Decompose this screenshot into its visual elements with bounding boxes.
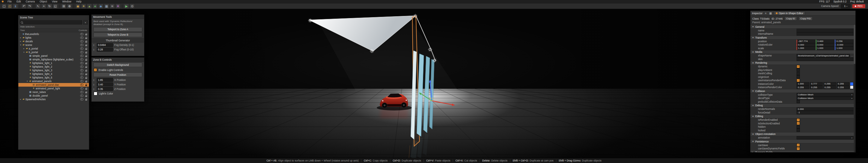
x-value-field[interactable]: 1.000 xyxy=(797,47,815,50)
forest-icon[interactable]: ♣ xyxy=(93,4,98,9)
lock-icon[interactable] xyxy=(85,45,87,46)
tree-row[interactable]: ▾ ▰ animated_panels xyxy=(19,79,89,83)
enable-light-controls-checkbox[interactable] xyxy=(94,68,97,72)
toolbar-separator[interactable] xyxy=(34,4,34,8)
play-icon[interactable]: ▶ xyxy=(124,4,129,9)
inspector-row[interactable]: isSelectionEnabled … xyxy=(750,121,855,125)
menu-item[interactable]: View xyxy=(50,0,59,3)
r-value-field[interactable]: 1.000 xyxy=(797,82,809,86)
property-checkbox[interactable] xyxy=(797,79,800,82)
tree-row[interactable]: ▸ ▰ lights xyxy=(19,36,89,39)
menu-item[interactable]: Object xyxy=(38,0,50,3)
inspector-row[interactable]: collisionType Collision Mesh Collision M… xyxy=(750,93,855,97)
inspector-row[interactable]: useInstanceRenderData … xyxy=(750,79,855,82)
visibility-eye-icon[interactable] xyxy=(80,91,84,93)
visibility-eye-icon[interactable] xyxy=(80,80,84,82)
inspector-row[interactable]: ▼ Object Annotation … xyxy=(750,132,855,136)
tree-row[interactable]: ▸ ▰ decals xyxy=(19,39,89,43)
inspector-row[interactable]: ▼ Collision … xyxy=(750,89,855,93)
lock-icon[interactable] xyxy=(85,85,87,86)
inspector-row[interactable]: hidden … xyxy=(750,125,855,129)
color-swatch[interactable] xyxy=(850,85,854,89)
new-file-icon[interactable]: ▢ xyxy=(1,4,7,9)
hamburger-menu-icon[interactable]: ≡ xyxy=(764,12,767,15)
inspector-scrollbar[interactable] xyxy=(854,25,855,152)
select-tool-icon[interactable]: ↖ xyxy=(36,4,41,9)
visibility-eye-icon[interactable] xyxy=(80,87,84,90)
switch-background-button[interactable]: Switch Background xyxy=(93,62,142,67)
inspector-row[interactable]: canSave … xyxy=(750,143,855,147)
section-collapse-icon[interactable]: ▼ xyxy=(752,62,754,64)
y-value-field[interactable]: 1.000 xyxy=(816,47,835,50)
settings-icon[interactable]: ⊙ xyxy=(130,4,135,9)
inspector-row[interactable]: ▼ Debug … xyxy=(750,104,855,107)
lock-icon[interactable] xyxy=(85,38,87,39)
y-value-field[interactable]: 0.469 xyxy=(816,39,835,43)
search-input[interactable] xyxy=(24,21,81,24)
visibility-eye-icon[interactable] xyxy=(80,62,84,64)
browse-file-icon[interactable]: … xyxy=(850,55,854,57)
snap-grid-icon[interactable]: ⊞ xyxy=(61,4,66,9)
tree-row[interactable]: ▦ animated_panel.dae xyxy=(19,83,89,87)
expand-arrow-icon[interactable]: ▾ xyxy=(20,44,22,46)
number-input[interactable]: 0.35 xyxy=(97,87,113,91)
visibility-eye-icon[interactable] xyxy=(80,94,84,97)
lock-icon[interactable] xyxy=(85,88,87,90)
text-field[interactable]: 0.000 xyxy=(797,107,854,111)
scale-tool-icon[interactable]: ◱ xyxy=(53,4,58,9)
inspector-row[interactable]: scale … 1.000 1.000 1.000 1.000 1.000 1.… xyxy=(750,47,855,50)
open-folder-icon[interactable]: ◰ xyxy=(7,4,12,9)
file-path-field[interactable]: /levels/showroom_v2/art/shapes/animated_… xyxy=(797,54,850,58)
section-collapse-icon[interactable]: ▼ xyxy=(752,133,754,135)
teleport-zone-a-button[interactable]: Teleport to Zone A xyxy=(93,27,142,32)
scene-tree-title[interactable]: Scene Tree xyxy=(19,16,89,20)
tree-row[interactable]: ☀ lightplane_light_4 xyxy=(19,72,89,76)
property-checkbox[interactable] xyxy=(797,72,800,75)
inspector-row[interactable]: decalType Collision Mesh Collision Mesh … xyxy=(750,97,855,100)
lock-icon[interactable] xyxy=(85,67,87,68)
tree-row[interactable]: ● theLevelInfo xyxy=(19,32,89,36)
tree-row[interactable]: ▦ double_panel xyxy=(19,94,89,98)
stepper-arrows[interactable]: ▴▾ xyxy=(93,88,96,90)
lock-icon[interactable] xyxy=(85,59,87,61)
visibility-eye-icon[interactable] xyxy=(80,76,84,79)
terrain-icon[interactable]: ▲ xyxy=(87,4,92,9)
stepper-arrows[interactable]: ▴▾ xyxy=(93,83,96,86)
mesh-icon[interactable]: ▦ xyxy=(104,4,109,9)
inspector-row[interactable]: meshCulling … xyxy=(750,72,855,76)
inspector-row[interactable]: ▶ Dynamic Fields … xyxy=(750,150,855,152)
expand-arrow-icon[interactable]: ▸ xyxy=(20,40,22,43)
g-value-field[interactable]: 0.255 xyxy=(810,86,823,89)
inspector-row[interactable]: annotation … xyxy=(750,136,855,140)
movement-tools-title[interactable]: Movement Tools xyxy=(92,15,144,19)
property-checkbox[interactable] xyxy=(797,118,800,121)
lock-icon[interactable] xyxy=(85,49,87,50)
tree-row[interactable]: ☀ lightplane_light_5 xyxy=(19,76,89,79)
inspector-row[interactable]: prebuildCollisionData … xyxy=(750,100,855,104)
text-field[interactable]: -1 xyxy=(797,111,854,114)
text-field[interactable] xyxy=(797,32,854,36)
open-shape-editor-button[interactable]: Open in Shape Editor xyxy=(774,11,805,15)
light-icon[interactable]: ☀ xyxy=(81,4,86,9)
expand-arrow-icon[interactable]: ▸ xyxy=(23,47,25,50)
inspector-row[interactable]: rotationEuler … 0.000 0.000 -0.000 0.000… xyxy=(750,43,855,47)
snap-object-icon[interactable]: ⊕ xyxy=(67,4,72,9)
section-collapse-icon[interactable]: ▼ xyxy=(752,26,754,28)
inspector-row[interactable]: playAmbient … xyxy=(750,68,855,72)
toolbar-separator[interactable] xyxy=(73,4,74,8)
section-collapse-icon[interactable]: ▶ xyxy=(752,151,754,153)
lock-icon[interactable] xyxy=(85,96,87,97)
inspector-row[interactable]: ▼ Transform … xyxy=(750,36,855,39)
visibility-eye-icon[interactable] xyxy=(80,58,84,61)
section-collapse-icon[interactable]: ▼ xyxy=(752,140,754,142)
inspector-row[interactable]: locked … xyxy=(750,129,855,132)
z-value-field[interactable]: 1.000 xyxy=(835,47,854,50)
a-value-field[interactable]: 0.255 xyxy=(837,82,849,86)
property-dropdown[interactable]: ▾ xyxy=(797,136,854,140)
section-collapse-icon[interactable]: ▼ xyxy=(752,104,754,107)
menu-item[interactable]: Edit xyxy=(14,0,23,3)
visibility-eye-icon[interactable] xyxy=(80,47,84,50)
stepper-arrows[interactable]: ▴▾ xyxy=(93,79,96,81)
expand-arrow-icon[interactable]: ▸ xyxy=(20,98,22,101)
inspector-row[interactable]: ▼ Persistence … xyxy=(750,139,855,143)
